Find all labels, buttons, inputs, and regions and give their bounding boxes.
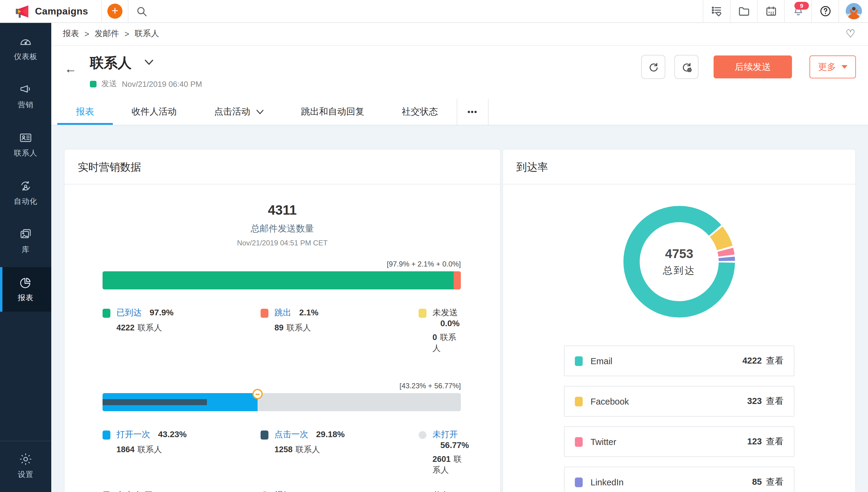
favorites-list-button[interactable] — [703, 0, 730, 22]
sidebar-item-营销[interactable]: 营销 — [0, 74, 51, 119]
content: 实时营销数据 4311 总邮件发送数量 Nov/21/2019 04:51 PM… — [51, 125, 868, 492]
channel-row-Twitter: Twitter123查看 — [564, 426, 794, 457]
legend-percent: 43.23% — [158, 429, 187, 439]
tabs-more-button[interactable]: ••• — [457, 99, 488, 125]
legend-line1: 打开一次43.23% — [116, 429, 187, 440]
sidebar-item-label: 仪表板 — [14, 52, 38, 62]
sidebar: 仪表板营销联系人自动化库报表 设置 — [0, 22, 51, 492]
legend-label-点击一次[interactable]: 点击一次 — [274, 429, 308, 439]
breadcrumb: 报表 > 发邮件 > 联系人 ♡ — [51, 22, 868, 46]
app-window: Campaigns + 9 — [0, 0, 868, 492]
legend-item-未打开: 未打开56.77%2601联系人 — [418, 429, 469, 476]
view-link[interactable]: 查看 — [766, 396, 783, 406]
refresh-button[interactable] — [641, 55, 665, 79]
sidebar-item-label: 库 — [22, 245, 29, 255]
legend-item-退订: 退订0.5%19联系人 — [261, 490, 418, 492]
legend-count: 1864 — [116, 445, 135, 454]
followup-send-button[interactable]: 后续发送 — [714, 55, 792, 78]
legend-percent: 0.0% — [440, 318, 460, 328]
legend-line1: 退订0.5% — [275, 490, 319, 492]
tab-label: 跳出和自动回复 — [301, 106, 364, 118]
tabs: 报表收件人活动点击活动跳出和自动回复社交状态 ••• — [51, 99, 868, 125]
breadcrumb-item-reports[interactable]: 报表 — [63, 28, 79, 39]
marketing-icon — [19, 82, 32, 96]
delivery-panel-title: 到达率 — [503, 150, 855, 184]
legend-count: 89 — [274, 323, 284, 332]
favorite-heart-icon[interactable]: ♡ — [846, 28, 855, 39]
total-sent-date: Nov/21/2019 04:51 PM CET — [65, 239, 500, 247]
channel-count: 323 — [747, 396, 762, 406]
calendar-button[interactable] — [757, 0, 784, 22]
notification-badge: 9 — [794, 2, 809, 10]
legend-label-打开一次[interactable]: 打开一次 — [116, 429, 150, 439]
legend-label-已到达[interactable]: 已到达 — [116, 308, 142, 317]
title-chevron-down-icon[interactable] — [145, 57, 153, 68]
folders-button[interactable] — [730, 0, 757, 22]
channel-name: LinkedIn — [590, 477, 624, 487]
back-arrow-icon[interactable]: ← — [65, 63, 77, 75]
extra-legend: 点击/打开67.48%退订0.5%19联系人抱怨0.0%0联系人 — [102, 490, 461, 492]
create-button[interactable]: + — [101, 0, 128, 22]
channel-row-Facebook: Facebook323查看 — [564, 386, 794, 417]
sidebar-item-自动化[interactable]: 自动化 — [0, 171, 51, 215]
contacts-word: 联系人 — [287, 323, 311, 332]
user-menu[interactable] — [839, 0, 868, 22]
legend-marker — [102, 309, 111, 318]
legend-label-未发送: 未发送 — [433, 308, 458, 317]
sidebar-item-仪表板[interactable]: 仪表板 — [0, 26, 51, 71]
help-button[interactable] — [811, 0, 839, 22]
tab-收件人活动[interactable]: 收件人活动 — [113, 99, 195, 125]
reports-icon — [19, 275, 32, 289]
sidebar-item-label: 报表 — [18, 293, 33, 303]
search-icon — [136, 5, 147, 17]
breadcrumb-item-email[interactable]: 发邮件 — [95, 28, 119, 39]
legend-marker — [261, 309, 268, 318]
tab-报表[interactable]: 报表 — [57, 99, 113, 125]
tab-跳出和自动回复[interactable]: 跳出和自动回复 — [282, 99, 383, 125]
sidebar-item-库[interactable]: 库 — [0, 219, 51, 264]
legend-line1: 点击/打开67.48% — [116, 490, 189, 492]
legend-marker — [418, 431, 427, 439]
channel-name: Twitter — [590, 437, 616, 446]
legend-marker — [418, 309, 427, 318]
legend-marker — [261, 430, 268, 440]
view-link[interactable]: 查看 — [766, 477, 783, 487]
donut-total-value: 4753 — [665, 246, 693, 261]
legend-count-line: 1864联系人 — [116, 444, 187, 455]
app-logo[interactable]: Campaigns — [0, 0, 101, 22]
unsubscribe-marker-icon — [252, 389, 263, 399]
help-icon — [819, 5, 831, 18]
legend-count-line: 0联系人 — [433, 332, 461, 354]
more-button[interactable]: 更多 — [810, 55, 856, 78]
search-button[interactable] — [128, 0, 154, 22]
view-link[interactable]: 查看 — [766, 437, 783, 446]
breadcrumb-separator: > — [125, 29, 129, 38]
legend-label-退订[interactable]: 退订 — [275, 490, 292, 492]
tab-点击活动[interactable]: 点击活动 — [195, 99, 282, 125]
channel-name: Facebook — [590, 396, 629, 406]
legend-label-未打开[interactable]: 未打开 — [433, 429, 458, 439]
channel-row-Email: Email4222查看 — [564, 345, 794, 376]
delivery-bar-chart: [97.9% + 2.1% + 0.0%] 已到达97.9%4222联系人跳出2… — [102, 260, 461, 492]
tab-社交状态[interactable]: 社交状态 — [383, 99, 457, 125]
open-click-legend: 打开一次43.23%1864联系人点击一次29.18%1258联系人未打开56.… — [102, 429, 461, 476]
notifications-button[interactable]: 9 — [784, 0, 811, 22]
legend-line1: 已到达97.9% — [116, 308, 173, 318]
sidebar-item-settings[interactable]: 设置 — [0, 444, 51, 488]
legend-count-line: 2601联系人 — [433, 454, 469, 476]
cancel-refresh-button[interactable] — [674, 55, 699, 79]
sidebar-item-联系人[interactable]: 联系人 — [0, 122, 51, 167]
channel-count: 85 — [752, 477, 762, 487]
open-click-bar — [102, 393, 461, 411]
legend-label-跳出[interactable]: 跳出 — [274, 308, 291, 317]
legend-percent: 67.48% — [161, 490, 189, 492]
plus-icon: + — [107, 4, 122, 19]
channel-row-LinkedIn: LinkedIn85查看 — [564, 467, 794, 492]
sent-status: 发送 Nov/21/2019 06:40 PM — [90, 78, 856, 89]
legend-item-跳出: 跳出2.1%89联系人 — [261, 308, 418, 354]
sidebar-item-报表[interactable]: 报表 — [0, 267, 51, 312]
channel-stats: 323查看 — [747, 396, 783, 407]
title-row: ← 联系人 发送 Nov/21/2019 06:40 PM — [51, 46, 868, 99]
view-link[interactable]: 查看 — [766, 356, 783, 365]
contacts-word: 联系人 — [138, 323, 162, 332]
